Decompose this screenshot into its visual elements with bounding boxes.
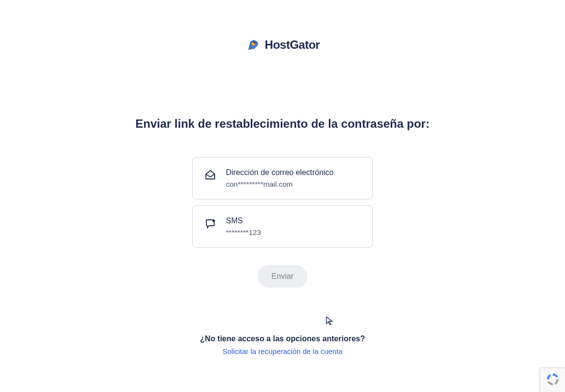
page-title: Enviar link de restablecimiento de la co… [136,117,430,131]
option-email[interactable]: Dirección de correo electrónico con*****… [192,157,373,199]
svg-point-0 [253,42,255,43]
footer: ¿No tiene acceso a las opciones anterior… [200,334,365,355]
svg-point-1 [213,220,215,222]
option-email-value: con*********mail.com [226,180,334,188]
gator-mascot-icon [245,36,261,54]
brand-logo: HostGator [245,36,320,54]
option-email-label: Dirección de correo electrónico [226,168,334,177]
recaptcha-icon [545,371,561,390]
recaptcha-badge[interactable] [540,368,565,392]
submit-button[interactable]: Enviar [258,265,307,288]
account-recovery-link[interactable]: Solicitar la recuperación de la cuenta [222,347,343,355]
option-sms-label: SMS [226,216,261,225]
email-icon [204,169,216,181]
footer-question: ¿No tiene acceso a las opciones anterior… [200,334,365,343]
brand-name: HostGator [265,38,320,52]
sms-icon [204,217,216,229]
reset-options: Dirección de correo electrónico con*****… [192,157,373,248]
option-sms-value: ********123 [226,228,261,236]
option-sms[interactable]: SMS ********123 [192,205,373,248]
